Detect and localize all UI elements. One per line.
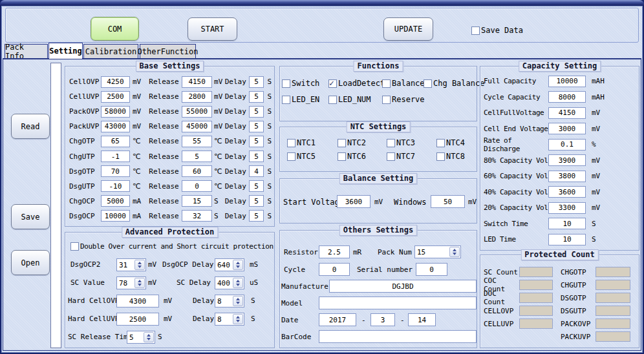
delay-value-input[interactable]: 5	[249, 91, 264, 103]
param-value-input[interactable]: 10000	[101, 210, 130, 222]
param-value-input[interactable]: 58000	[101, 106, 130, 118]
serial-number-input[interactable]: 0	[416, 263, 447, 276]
hard-celluvp-delay-spinner[interactable]: 8	[215, 313, 244, 326]
delay-value-input[interactable]: 5	[249, 151, 264, 162]
dsgocp-delay-spinner[interactable]: 640	[215, 258, 244, 271]
sc-delay-spinner[interactable]: 400	[215, 276, 244, 289]
ntc7-checkbox[interactable]: NTC7	[387, 152, 415, 161]
barcode-input[interactable]	[319, 330, 477, 343]
sc-value-spinner[interactable]: 78	[116, 276, 146, 289]
param-value-input[interactable]: 10	[548, 234, 586, 245]
param-value-input[interactable]: 3600	[548, 186, 586, 198]
delay-value-input[interactable]: 5	[249, 121, 264, 132]
read-button[interactable]: Read	[11, 114, 50, 139]
open-button[interactable]: Open	[11, 250, 50, 275]
ntc6-checkbox[interactable]: NTC6	[338, 152, 366, 161]
spinner-buttons[interactable]	[233, 278, 243, 288]
param-value-input[interactable]: 0.1	[548, 139, 586, 151]
led-en-checkbox[interactable]: LED_EN	[282, 95, 319, 104]
param-value-input[interactable]: 10000	[548, 76, 586, 87]
ntc3-checkbox[interactable]: NTC3	[387, 138, 415, 147]
save-button[interactable]: Save	[11, 204, 50, 229]
release-value-input[interactable]: 5	[182, 151, 212, 162]
release-value-input[interactable]: 15	[182, 195, 212, 207]
spinner-buttons[interactable]	[134, 278, 145, 288]
tab-calibration[interactable]: Calibration	[83, 44, 138, 59]
reserve-checkbox[interactable]: Reserve	[382, 95, 425, 104]
release-value-input[interactable]: 2800	[182, 91, 212, 103]
spinner-buttons[interactable]	[233, 296, 243, 306]
release-value-input[interactable]: 32	[182, 210, 212, 222]
tab-pack-info[interactable]: Pack Info	[5, 44, 48, 59]
ntc8-checkbox[interactable]: NTC8	[436, 152, 465, 161]
hard-celluvp-delay-label: Delay	[193, 315, 214, 323]
delay-value-input[interactable]: 5	[249, 136, 264, 147]
pack-num-spinner[interactable]: 15	[414, 245, 461, 258]
checkbox-box	[338, 152, 346, 161]
ntc4-checkbox[interactable]: NTC4	[436, 138, 465, 147]
hard-cellovp-delay-spinner[interactable]: 8	[215, 295, 244, 307]
dsgocp2-spinner[interactable]: 31	[116, 258, 146, 271]
param-value-input[interactable]: 3300	[548, 202, 586, 214]
ntc2-checkbox[interactable]: NTC2	[338, 138, 366, 147]
delay-value-input[interactable]: 5	[249, 210, 264, 222]
spinner-buttons[interactable]	[144, 332, 154, 342]
date-day-input[interactable]: 14	[408, 313, 436, 326]
release-value-input[interactable]: 55	[182, 136, 212, 147]
param-value-input[interactable]: -10	[101, 180, 130, 192]
loaddetect-checkbox[interactable]: LoadDetect	[328, 79, 385, 88]
hard-cellovp-input[interactable]: 4300	[116, 295, 159, 307]
date-month-input[interactable]: 3	[370, 313, 395, 326]
balance-checkbox[interactable]: Balance	[382, 79, 425, 88]
param-value-input[interactable]: 4150	[548, 107, 586, 119]
param-value-input[interactable]: 3800	[548, 171, 586, 182]
cycle-input[interactable]: 0	[319, 263, 350, 276]
switch-checkbox[interactable]: Switch	[282, 79, 319, 88]
delay-value-input[interactable]: 5	[249, 180, 264, 192]
spinner-buttons[interactable]	[449, 247, 460, 257]
update-button[interactable]: UPDATE	[383, 17, 433, 41]
param-value-input[interactable]: 5000	[101, 195, 130, 207]
start-button[interactable]: START	[188, 17, 237, 41]
param-value-input[interactable]: 70	[101, 165, 130, 177]
sc-release-spinner[interactable]: 5	[127, 331, 155, 344]
hard-celluvp-input[interactable]: 2500	[116, 313, 159, 326]
date-year-input[interactable]: 2017	[319, 313, 356, 326]
param-value-input[interactable]: 43000	[101, 121, 130, 132]
start-voltage-input[interactable]: 3600	[337, 195, 370, 208]
release-value-input[interactable]: 45000	[182, 121, 212, 132]
param-value-input[interactable]: 65	[101, 136, 130, 147]
save-data-checkbox[interactable]: Save Data	[471, 26, 523, 35]
delay-value-input[interactable]: 5	[249, 106, 264, 118]
com-button[interactable]: COM	[91, 17, 139, 41]
param-value-input[interactable]: -1	[101, 151, 130, 162]
param-value-input[interactable]: 3900	[548, 154, 586, 166]
manufacturer-input[interactable]: DGJBD	[329, 280, 477, 293]
release-value-input[interactable]: 0	[182, 180, 212, 192]
chg-balance-checkbox[interactable]: Chg Balance	[424, 79, 484, 88]
param-value-input[interactable]: 2500	[101, 91, 130, 103]
led-num-checkbox[interactable]: LED_NUM	[328, 95, 371, 104]
spinner-buttons[interactable]	[134, 260, 145, 270]
ntc1-checkbox[interactable]: NTC1	[287, 138, 316, 147]
double-protection-checkbox[interactable]: Double Over current and Short circuit pr…	[70, 242, 274, 251]
windows-input[interactable]: 50	[431, 195, 465, 208]
checkbox-label: Chg Balance	[433, 79, 484, 88]
param-value-input[interactable]: 10	[548, 218, 586, 229]
release-value-input[interactable]: 60	[182, 165, 212, 177]
release-value-input[interactable]: 4150	[182, 76, 212, 88]
param-value-input[interactable]: 8000	[548, 91, 586, 103]
spinner-buttons[interactable]	[233, 260, 243, 270]
spinner-buttons[interactable]	[233, 314, 243, 324]
param-value-input[interactable]: 3000	[548, 123, 586, 134]
tab-otherfunction[interactable]: OtherFunction	[140, 44, 196, 59]
ntc5-checkbox[interactable]: NTC5	[287, 152, 316, 161]
param-value-input[interactable]: 4250	[101, 76, 130, 88]
tab-setting[interactable]: Setting	[48, 43, 83, 59]
resistor-input[interactable]: 2.5	[319, 245, 350, 258]
delay-value-input[interactable]: 5	[249, 195, 264, 207]
delay-value-input[interactable]: 5	[249, 76, 264, 88]
release-value-input[interactable]: 55000	[182, 106, 212, 118]
model-input[interactable]	[319, 297, 477, 309]
delay-value-input[interactable]: 4	[249, 165, 264, 177]
